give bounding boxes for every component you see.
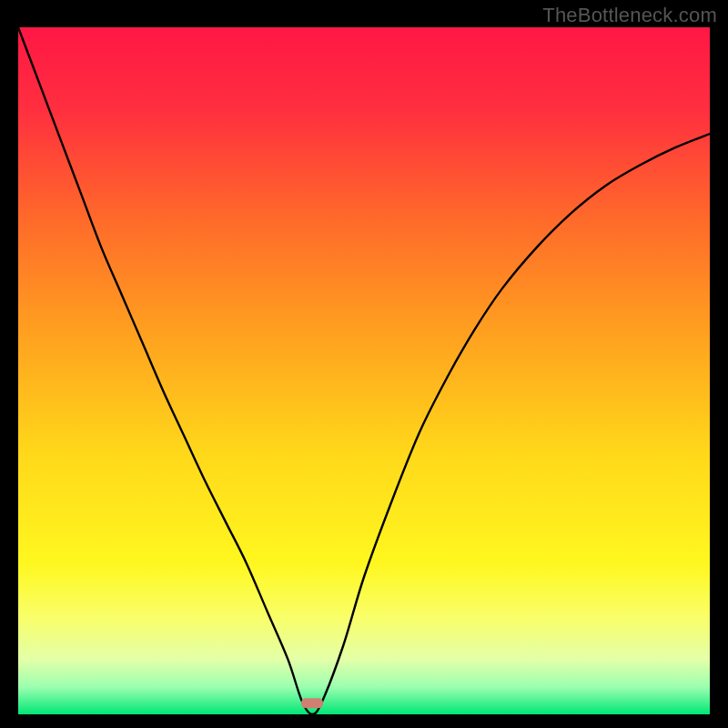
chart-frame: TheBottleneck.com (0, 0, 728, 728)
watermark-text: TheBottleneck.com (542, 4, 717, 27)
optimum-marker (301, 698, 323, 708)
gradient-background (18, 27, 710, 714)
bottleneck-chart (18, 27, 710, 714)
plot-area (18, 27, 710, 714)
